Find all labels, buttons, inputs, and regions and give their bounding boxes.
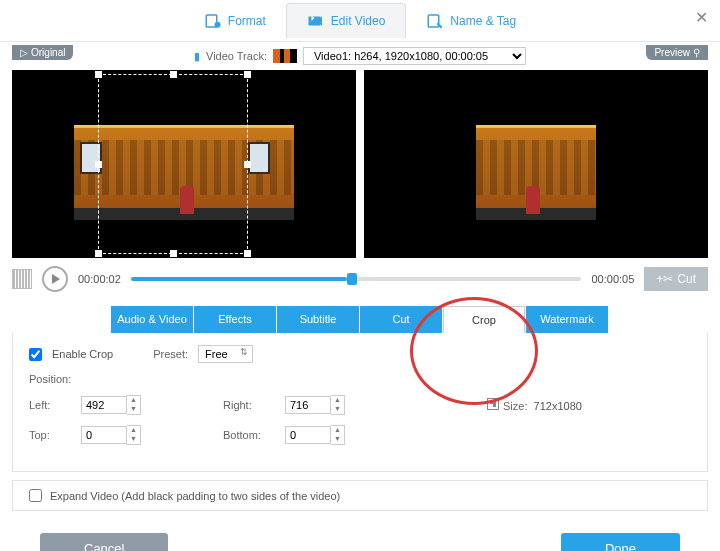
expand-video-row: Expand Video (Add black padding to two s… [12,480,708,511]
footer: Cancel Done [0,523,720,551]
tab-name-tag[interactable]: Name & Tag [406,4,536,38]
edit-tabs: Audio & Video Effects Subtitle Cut Crop … [0,306,720,333]
elapsed-time: 00:00:02 [78,273,121,285]
tab-audio-video[interactable]: Audio & Video [111,306,193,333]
crop-panel: Enable Crop Preset: Free Position: Left:… [12,333,708,472]
size-label: Size: [503,400,527,412]
timeline: 00:00:02 00:00:05 +✂ Cut [0,258,720,306]
right-spinner[interactable]: ▲▼ [331,395,345,415]
tab-watermark[interactable]: Watermark [526,306,608,333]
top-tab-bar: Format Edit Video Name & Tag ✕ [0,0,720,42]
top-spinner[interactable]: ▲▼ [127,425,141,445]
size-value: 712x1080 [534,400,582,412]
film-icon: ▮ [194,50,200,63]
track-label: Video Track: [206,50,267,62]
frames-icon[interactable] [12,269,32,289]
cut-label: Cut [677,272,696,286]
size-row: Size: 712x1080 [487,398,582,412]
preview-row [0,70,720,258]
tab-name-label: Name & Tag [450,14,516,28]
tab-subtitle[interactable]: Subtitle [277,306,359,333]
tab-crop[interactable]: Crop [443,306,525,333]
position-label: Position: [29,373,71,385]
enable-crop-checkbox[interactable] [29,348,42,361]
tab-edit-video[interactable]: Edit Video [286,3,407,38]
track-thumb-icon [273,49,297,63]
tab-edit-label: Edit Video [331,14,386,28]
tab-format-label: Format [228,14,266,28]
crop-selection[interactable] [98,74,248,254]
crop-handle-tr[interactable] [244,71,251,78]
tab-format[interactable]: Format [184,4,286,38]
preview-frame [476,70,596,258]
cancel-button[interactable]: Cancel [40,533,168,551]
close-icon[interactable]: ✕ [695,8,708,27]
tab-cut[interactable]: Cut [360,306,442,333]
right-label: Right: [223,399,263,411]
bottom-spinner[interactable]: ▲▼ [331,425,345,445]
original-badge: ▷ Original [12,45,73,60]
seek-fill [131,277,347,281]
video-track-select[interactable]: Video1: h264, 1920x1080, 00:00:05 [303,47,526,65]
right-input[interactable] [285,396,331,414]
left-input[interactable] [81,396,127,414]
expand-video-label: Expand Video (Add black padding to two s… [50,490,340,502]
crop-handle-bl[interactable] [95,250,102,257]
svg-point-1 [214,21,220,27]
seek-knob[interactable] [347,273,357,285]
original-label: Original [31,47,65,58]
svg-rect-3 [429,15,440,27]
preview-badge[interactable]: Preview ⚲ [646,45,708,60]
bottom-label: Bottom: [223,429,263,441]
preview-label: Preview [654,47,690,58]
name-tag-icon [426,12,444,30]
preset-label: Preset: [153,348,188,360]
edit-video-icon [307,12,325,30]
bottom-input[interactable] [285,426,331,444]
magnify-icon: ⚲ [693,47,700,58]
done-button[interactable]: Done [561,533,680,551]
left-label: Left: [29,399,59,411]
enable-crop-label: Enable Crop [52,348,113,360]
preview-pane [364,70,708,258]
play-button[interactable] [42,266,68,292]
tab-effects[interactable]: Effects [194,306,276,333]
expand-video-checkbox[interactable] [29,489,42,502]
cut-button[interactable]: +✂ Cut [644,267,708,291]
crop-handle-tm[interactable] [170,71,177,78]
crop-handle-tl[interactable] [95,71,102,78]
total-time: 00:00:05 [591,273,634,285]
scissors-icon: +✂ [656,272,673,286]
seek-track[interactable] [131,277,582,281]
original-pane[interactable] [12,70,356,258]
crop-handle-br[interactable] [244,250,251,257]
top-label: Top: [29,429,59,441]
video-track-row: ▷ Original ▮ Video Track: Video1: h264, … [0,42,720,70]
crop-handle-ml[interactable] [95,161,102,168]
crop-handle-bm[interactable] [170,250,177,257]
top-input[interactable] [81,426,127,444]
format-icon [204,12,222,30]
preset-select[interactable]: Free [198,345,253,363]
left-spinner[interactable]: ▲▼ [127,395,141,415]
size-icon [487,398,499,410]
crop-handle-mr[interactable] [244,161,251,168]
